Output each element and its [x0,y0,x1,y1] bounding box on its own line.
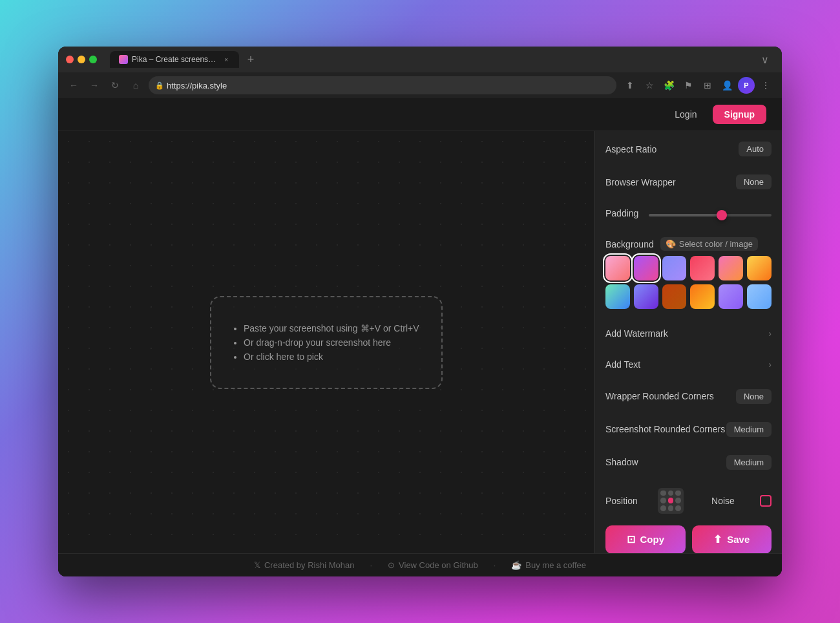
save-button[interactable]: ⬆ Save [692,525,772,553]
select-color-button[interactable]: 🎨 Select color / image [660,237,758,251]
new-tab-button[interactable]: + [242,50,260,69]
address-container: 🔒 https://pika.style [149,76,616,94]
login-button[interactable]: Login [667,105,704,123]
copy-label: Copy [640,534,665,545]
pos-mid-center[interactable] [668,498,674,503]
text-chevron-icon: › [768,359,772,370]
pos-mid-left[interactable] [660,498,666,503]
screenshot-corners-label: Screenshot Rounded Corners [605,424,725,434]
aspect-ratio-value[interactable]: Auto [739,142,772,156]
aspect-ratio-row: Aspect Ratio Auto [605,142,772,156]
reload-button[interactable]: ↻ [107,78,123,93]
drop-zone[interactable]: Paste your screenshot using ⌘+V or Ctrl+… [210,296,443,389]
pos-bot-right[interactable] [675,505,681,511]
position-label: Position [605,496,638,506]
color-swatch-4[interactable] [690,256,715,280]
browser-wrapper-label: Browser Wrapper [605,177,676,187]
watermark-chevron-icon: › [768,328,772,339]
color-swatch-7[interactable] [605,284,630,309]
noise-label: Noise [711,496,735,506]
signup-button[interactable]: Signup [713,105,766,124]
main-area: Paste your screenshot using ⌘+V or Ctrl+… [58,131,782,553]
back-button[interactable]: ← [66,78,81,93]
maximize-button[interactable] [89,56,97,63]
aspect-ratio-label: Aspect Ratio [605,144,656,154]
hint-drag: Or drag-n-drop your screenshot here [244,337,422,348]
app-footer: 𝕏 Created by Rishi Mohan · ⊙ View Code o… [58,553,782,576]
canvas-area[interactable]: Paste your screenshot using ⌘+V or Ctrl+… [58,131,594,553]
padding-label: Padding [605,208,638,218]
background-label: Background [605,239,654,249]
coffee-icon: ☕ [511,560,521,570]
browser-actions: ⬆ ☆ 🧩 ⚑ ⊞ 👤 P ⋮ [622,77,774,94]
tab-close-icon[interactable]: × [223,55,230,64]
color-swatch-8[interactable] [634,284,658,309]
color-swatch-6[interactable] [747,256,772,280]
copy-button[interactable]: ⊡ Copy [605,525,686,553]
user-icon[interactable]: 👤 [719,77,735,94]
minimize-button[interactable] [78,56,85,63]
pos-top-right[interactable] [675,491,681,496]
coffee-label: Buy me a coffee [525,560,586,570]
noise-checkbox[interactable] [760,495,772,507]
pos-mid-right[interactable] [675,498,681,503]
save-icon: ⬆ [713,533,722,545]
color-swatch-12[interactable] [747,284,772,309]
select-color-label: Select color / image [679,239,753,249]
padding-row: Padding [605,207,772,219]
twitter-label: Created by Rishi Mohan [264,560,354,570]
window-control-expand[interactable]: ∨ [756,54,774,66]
share-icon[interactable]: ⬆ [622,77,638,94]
more-options-icon[interactable]: ⋮ [757,77,774,94]
twitter-icon: 𝕏 [254,560,260,570]
profile-button[interactable]: P [738,77,755,94]
pos-top-center[interactable] [668,491,674,496]
color-swatch-1[interactable] [605,256,630,280]
screenshot-corners-value[interactable]: Medium [726,422,772,437]
forward-button[interactable]: → [87,78,102,93]
puzzle-icon[interactable]: ⊞ [699,77,716,94]
background-header: Background 🎨 Select color / image [605,237,772,251]
pos-top-left[interactable] [660,491,666,496]
flag-icon[interactable]: ⚑ [680,77,697,94]
app-content: Login Signup Paste your screenshot using… [58,98,782,576]
color-swatch-10[interactable] [690,284,715,309]
shadow-row: Shadow Medium [605,455,772,470]
separator-2: · [494,560,496,570]
github-link[interactable]: ⊙ View Code on Github [388,560,478,570]
shadow-value[interactable]: Medium [726,455,772,470]
position-grid[interactable] [658,488,684,514]
url-display[interactable]: https://pika.style [149,76,616,94]
color-swatch-2[interactable] [634,256,658,280]
tab-title: Pika – Create screenshots and [132,55,219,64]
save-label: Save [727,534,750,545]
add-watermark-row[interactable]: Add Watermark › [605,327,772,340]
address-bar: ← → ↻ ⌂ 🔒 https://pika.style ⬆ ☆ 🧩 ⚑ ⊞ 👤… [58,72,782,98]
position-noise-row: Position Noise [605,488,772,514]
wrapper-corners-value[interactable]: None [736,389,772,404]
palette-icon: 🎨 [666,239,676,249]
pos-bot-left[interactable] [660,505,666,511]
github-icon: ⊙ [388,560,395,570]
tab-favicon [119,55,128,64]
star-icon[interactable]: ☆ [641,77,658,94]
color-swatch-11[interactable] [719,284,743,309]
pos-bot-center[interactable] [668,505,674,511]
color-swatch-9[interactable] [662,284,687,309]
active-tab[interactable]: Pika – Create screenshots and × [110,51,239,68]
coffee-link[interactable]: ☕ Buy me a coffee [511,560,586,570]
add-text-row[interactable]: Add Text › [605,358,772,371]
color-swatch-5[interactable] [719,256,743,280]
github-label: View Code on Github [399,560,478,570]
color-swatch-3[interactable] [662,256,687,280]
twitter-link[interactable]: 𝕏 Created by Rishi Mohan [254,560,354,570]
add-watermark-label: Add Watermark [605,328,668,339]
color-grid [605,256,772,309]
extensions-icon[interactable]: 🧩 [660,77,677,94]
home-button[interactable]: ⌂ [128,78,143,93]
add-text-label: Add Text [605,359,640,370]
close-button[interactable] [66,56,74,63]
browser-wrapper-value[interactable]: None [736,174,772,189]
padding-slider[interactable] [649,214,772,216]
title-bar: Pika – Create screenshots and × + ∨ [58,47,782,72]
